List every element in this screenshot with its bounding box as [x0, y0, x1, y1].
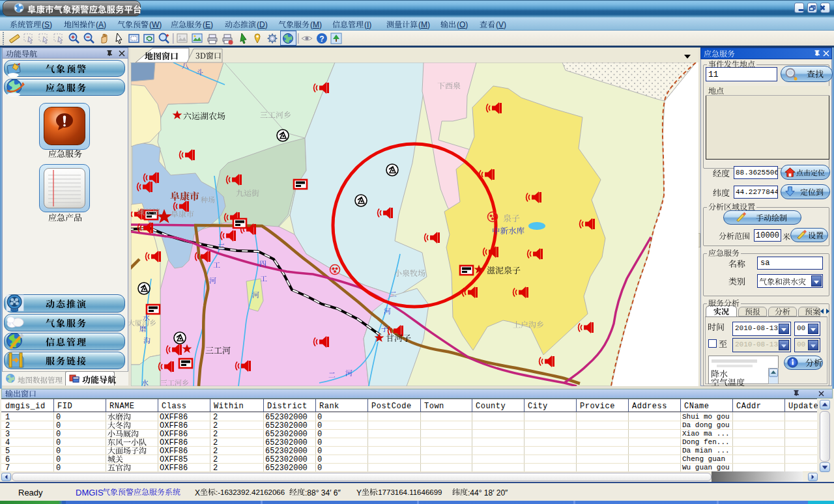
svg-text:?: ? — [319, 35, 324, 44]
